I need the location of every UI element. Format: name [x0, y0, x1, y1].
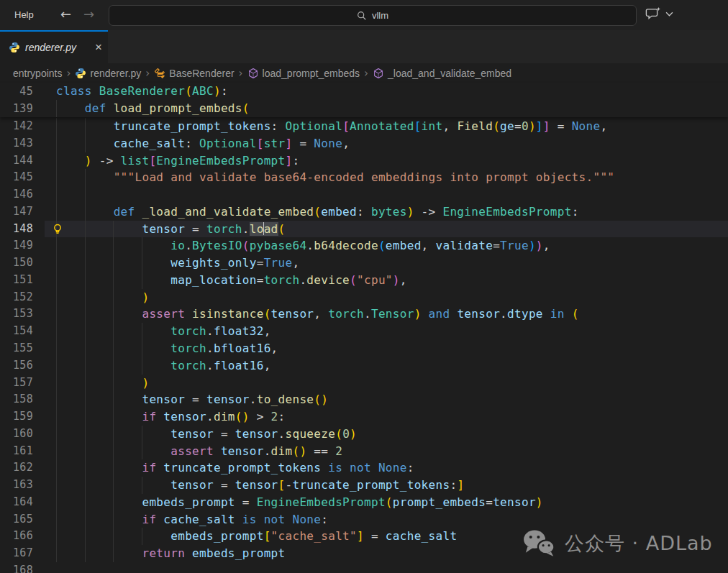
- code-line-145[interactable]: 145 """Load and validate base64-encoded …: [0, 169, 728, 186]
- line-number[interactable]: 165: [0, 511, 33, 528]
- code-token: (: [242, 101, 250, 115]
- code-token: (): [235, 410, 250, 423]
- tab-label: renderer.py: [25, 42, 76, 53]
- code-line-158[interactable]: 158 tensor = tensor.to_dense(): [0, 391, 728, 408]
- breadcrumb-item-entrypoints[interactable]: entrypoints: [13, 68, 62, 79]
- code-token: [56, 170, 114, 184]
- line-number[interactable]: 168: [0, 562, 33, 573]
- code-token: ]: [457, 478, 464, 492]
- line-number[interactable]: 153: [0, 306, 33, 323]
- code-line-161[interactable]: 161 assert tensor.dim() == 2: [0, 443, 728, 460]
- line-number[interactable]: 148: [0, 221, 33, 238]
- line-number[interactable]: 142: [0, 118, 33, 135]
- code-line-156[interactable]: 156 torch.float16,: [0, 357, 728, 375]
- code-line-165[interactable]: 165 if cache_salt is not None:: [0, 511, 728, 528]
- code-line-150[interactable]: 150 weights_only=True,: [0, 255, 728, 272]
- breadcrumb-item-load-prompt-embeds[interactable]: load_prompt_embeds: [247, 68, 360, 79]
- line-number[interactable]: 147: [0, 203, 33, 221]
- code-token: def: [85, 101, 106, 115]
- code-line-168[interactable]: 168: [0, 562, 728, 573]
- line-number[interactable]: 151: [0, 272, 33, 289]
- code-line-146[interactable]: 146: [0, 186, 728, 203]
- code-token: None: [292, 513, 321, 526]
- line-number[interactable]: 143: [0, 135, 33, 152]
- code-line-154[interactable]: 154 torch.float32,: [0, 323, 728, 340]
- code-line-163[interactable]: 163 tensor = tensor[-truncate_prompt_tok…: [0, 477, 728, 494]
- code-line-155[interactable]: 155 torch.bfloat16,: [0, 340, 728, 357]
- code-token: =: [292, 137, 314, 150]
- code-token: :: [321, 513, 328, 526]
- copilot-button[interactable]: [645, 6, 673, 21]
- code-token: :: [185, 137, 199, 150]
- line-number[interactable]: 167: [0, 545, 33, 562]
- line-number[interactable]: 152: [0, 289, 33, 306]
- tab-renderer-py[interactable]: renderer.py ×: [0, 30, 108, 63]
- code-line-144[interactable]: 144 ) -> list[EngineEmbedsPrompt]:: [0, 152, 728, 170]
- breadcrumb-item-baserenderer[interactable]: BaseRenderer: [154, 68, 234, 79]
- line-number[interactable]: 156: [0, 357, 33, 375]
- line-number[interactable]: 149: [0, 237, 33, 255]
- code-line-162[interactable]: 162 if truncate_prompt_tokens is not Non…: [0, 459, 728, 477]
- line-number[interactable]: 155: [0, 340, 33, 357]
- code-token: (): [314, 393, 328, 406]
- breadcrumb-item--load-and-validate-embed[interactable]: _load_and_validate_embed: [373, 68, 511, 79]
- close-icon[interactable]: ×: [95, 42, 102, 53]
- code-token: [56, 461, 142, 475]
- line-number[interactable]: 45: [0, 83, 33, 100]
- code-token: :: [572, 205, 579, 219]
- line-number[interactable]: 139: [0, 100, 33, 117]
- line-number[interactable]: 166: [0, 528, 33, 545]
- code-token: 0: [342, 427, 350, 441]
- code-line-151[interactable]: 151 map_location=torch.device("cpu"),: [0, 272, 728, 289]
- line-number[interactable]: 145: [0, 169, 33, 186]
- code-line-139[interactable]: 139 def load_prompt_embeds(: [0, 100, 728, 117]
- code-token: =: [493, 239, 500, 252]
- code-line-147[interactable]: 147 def _load_and_validate_embed(embed: …: [0, 203, 728, 221]
- code-text: weights_only=True,: [56, 255, 299, 272]
- line-number[interactable]: 164: [0, 494, 33, 511]
- python-icon: [75, 68, 86, 79]
- code-token: None: [314, 137, 342, 150]
- menu-help[interactable]: Help: [10, 0, 38, 30]
- code-token: pybase64: [250, 239, 307, 252]
- editor-code-area[interactable]: 142 truncate_prompt_tokens: Optional[Ann…: [0, 117, 728, 573]
- code-line-45[interactable]: 45class BaseRenderer(ABC):: [0, 83, 728, 100]
- code-line-143[interactable]: 143 cache_salt: Optional[str] = None,: [0, 135, 728, 152]
- code-line-153[interactable]: 153 assert isinstance(tensor, torch.Tens…: [0, 306, 728, 323]
- line-number[interactable]: 162: [0, 459, 33, 477]
- line-number[interactable]: 154: [0, 323, 33, 340]
- line-number[interactable]: 150: [0, 255, 33, 272]
- line-number[interactable]: 161: [0, 443, 33, 460]
- code-text: assert isinstance(tensor, torch.Tensor) …: [56, 306, 579, 323]
- code-line-142[interactable]: 142 truncate_prompt_tokens: Optional[Ann…: [0, 118, 728, 135]
- code-line-148[interactable]: 148 tensor = torch.load(: [0, 221, 728, 238]
- line-number[interactable]: 160: [0, 426, 33, 443]
- breadcrumb-separator: ›: [145, 67, 150, 80]
- code-token: ->: [92, 154, 121, 168]
- code-line-157[interactable]: 157 ): [0, 375, 728, 392]
- code-token: [56, 119, 114, 133]
- line-number[interactable]: 146: [0, 186, 33, 203]
- code-token: [56, 376, 142, 390]
- breadcrumb-item-renderer-py[interactable]: renderer.py: [75, 68, 141, 79]
- code-token: lo: [250, 222, 264, 236]
- code-line-152[interactable]: 152 ): [0, 289, 728, 306]
- code-token: [: [278, 478, 286, 492]
- code-token: BaseRenderer: [99, 84, 185, 98]
- line-number[interactable]: 144: [0, 152, 33, 170]
- forward-arrow-icon[interactable]: →: [83, 0, 94, 30]
- code-line-159[interactable]: 159 if tensor.dim() > 2:: [0, 408, 728, 426]
- code-token: 2: [335, 444, 342, 458]
- code-line-160[interactable]: 160 tensor = tensor.squeeze(0): [0, 426, 728, 443]
- line-number[interactable]: 163: [0, 477, 33, 494]
- code-line-164[interactable]: 164 embeds_prompt = EngineEmbedsPrompt(p…: [0, 494, 728, 511]
- code-token: [56, 359, 170, 372]
- code-token: (: [185, 84, 192, 98]
- line-number[interactable]: 159: [0, 408, 33, 426]
- back-arrow-icon[interactable]: ←: [60, 0, 71, 30]
- search-box[interactable]: vllm: [109, 5, 637, 26]
- line-number[interactable]: 157: [0, 375, 33, 392]
- code-token: [286, 513, 293, 526]
- code-line-149[interactable]: 149 io.BytesIO(pybase64.b64decode(embed,…: [0, 237, 728, 255]
- line-number[interactable]: 158: [0, 391, 33, 408]
